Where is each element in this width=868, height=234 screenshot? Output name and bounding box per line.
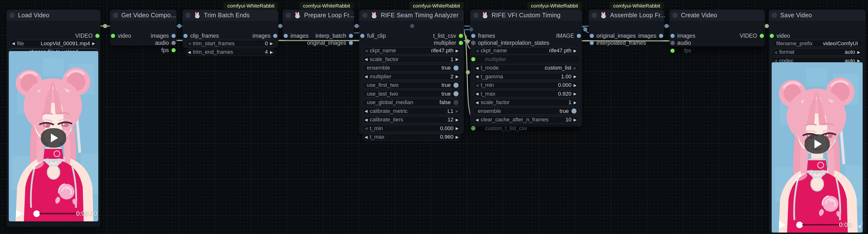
output-slot-dot-images[interactable] bbox=[659, 34, 663, 38]
increment-arrow-icon[interactable]: ▶ bbox=[571, 48, 579, 53]
input-slot-dot-interpolated_frames[interactable] bbox=[590, 41, 594, 45]
output-slot-dot-images[interactable] bbox=[273, 34, 277, 38]
decrement-arrow-icon[interactable]: ◀ bbox=[363, 109, 370, 113]
collapse-button[interactable] bbox=[185, 13, 191, 18]
increment-arrow-icon[interactable]: ▶ bbox=[571, 74, 579, 79]
collapse-button[interactable] bbox=[673, 13, 678, 18]
decrement-arrow-icon[interactable]: ◀ bbox=[473, 118, 481, 122]
collapse-button[interactable] bbox=[772, 13, 777, 18]
node-title-bar[interactable]: Load Video bbox=[6, 10, 100, 21]
input-slot-dot-original_images[interactable] bbox=[590, 34, 594, 38]
decrement-arrow-icon[interactable]: ◀ bbox=[363, 48, 370, 53]
increment-arrow-icon[interactable]: ▶ bbox=[454, 135, 461, 139]
widget-t_min[interactable]: ◀t_min0.000▶ bbox=[362, 125, 461, 132]
widget-t_min[interactable]: ◀t_min0.000▶ bbox=[473, 82, 579, 89]
node-title-bar[interactable]: RIFE Seam Timing Analyzer bbox=[359, 10, 464, 21]
output-slot-dot-VIDEO[interactable] bbox=[95, 34, 99, 38]
input-slot-dot-images[interactable] bbox=[671, 34, 675, 38]
play-overlay-button[interactable] bbox=[41, 128, 66, 148]
decrement-arrow-icon[interactable]: ◀ bbox=[10, 41, 17, 46]
widget-multiplier[interactable]: ◀multiplier2▶ bbox=[362, 73, 461, 80]
collapse-button[interactable] bbox=[473, 13, 478, 18]
widget-use_last_two[interactable]: use_last_twotrue bbox=[362, 90, 461, 97]
toggle-knob[interactable] bbox=[454, 65, 459, 71]
node-get-video-components[interactable]: Get Video Compo...videoimagesaudiofps bbox=[110, 10, 177, 45]
input-slot-dot-audio[interactable] bbox=[671, 41, 675, 45]
widget-scale_factor[interactable]: ◀scale_factor1▶ bbox=[473, 99, 579, 106]
node-title-bar[interactable]: Save Video bbox=[769, 10, 866, 21]
toggle-knob[interactable] bbox=[454, 100, 459, 105]
node-graph-canvas[interactable]: Load VideoVIDEO◀fileLoopVid_00091.mp4▶ch… bbox=[0, 0, 868, 234]
increment-arrow-icon[interactable]: ▶ bbox=[90, 41, 97, 46]
node-rife-vfi-custom-timing[interactable]: comfyui-WhiteRabbitRIFE VFI Custom Timin… bbox=[470, 10, 582, 127]
decrement-arrow-icon[interactable]: ◀ bbox=[363, 126, 370, 131]
decrement-arrow-icon[interactable]: ◀ bbox=[473, 83, 481, 88]
output-slot-dot-images[interactable] bbox=[172, 34, 176, 38]
widget-t_mode[interactable]: ◀t_modecustom_list▶ bbox=[473, 64, 579, 71]
decrement-arrow-icon[interactable]: ◀ bbox=[363, 57, 370, 62]
output-slot-dot-multiplier[interactable] bbox=[459, 41, 463, 45]
output-slot-dot-interp_batch[interactable] bbox=[349, 34, 353, 38]
output-slot-dot-fps[interactable] bbox=[172, 48, 176, 52]
widget-t_max[interactable]: ◀t_max0.960▶ bbox=[362, 134, 461, 141]
video-preview[interactable]: 0:00 bbox=[772, 62, 863, 233]
decrement-arrow-icon[interactable]: ◀ bbox=[473, 100, 481, 105]
decrement-arrow-icon[interactable]: ◀ bbox=[473, 66, 481, 70]
collapse-button[interactable] bbox=[9, 13, 15, 18]
widget-use_global_median[interactable]: use_global_medianfalse bbox=[362, 99, 461, 106]
widget-ckpt_name[interactable]: ◀ckpt_namerife47.pth▶ bbox=[473, 47, 579, 54]
input-slot-dot-frames[interactable] bbox=[471, 34, 475, 38]
widget-trim_start_frames[interactable]: ◀trim_start_frames0▶ bbox=[185, 40, 275, 47]
widget-file[interactable]: ◀fileLoopVid_00091.mp4▶ bbox=[9, 40, 98, 47]
play-button[interactable] bbox=[779, 221, 785, 229]
input-slot-dot-clip_frames[interactable] bbox=[183, 34, 188, 38]
input-slot-dot-optional_interpolation_states[interactable] bbox=[471, 41, 475, 45]
widget-trim_end_frames[interactable]: ◀trim_end_frames4▶ bbox=[185, 48, 275, 56]
collapse-button[interactable] bbox=[286, 13, 291, 18]
increment-arrow-icon[interactable]: ▶ bbox=[454, 48, 461, 53]
node-assemble-loop-frames[interactable]: comfyui-WhiteRabbitAssemble Loop Fr...or… bbox=[589, 10, 664, 38]
node-title-bar[interactable]: Create Video bbox=[670, 10, 765, 21]
input-slot-dot-fps[interactable] bbox=[671, 48, 675, 53]
widget-ckpt_name[interactable]: ◀ckpt_namerife47.pth▶ bbox=[362, 47, 461, 54]
widget-calibrate_metric[interactable]: ◀calibrate_metricL1▶ bbox=[362, 107, 461, 114]
input-slot-dot-multiplier[interactable] bbox=[471, 57, 475, 61]
decrement-arrow-icon[interactable]: ◀ bbox=[772, 50, 779, 55]
increment-arrow-icon[interactable]: ▶ bbox=[571, 66, 579, 70]
video-preview[interactable]: 0:00 / 0:19 bbox=[9, 51, 98, 221]
output-slot-dot-original_images[interactable] bbox=[349, 41, 353, 45]
collapse-button[interactable] bbox=[362, 13, 368, 18]
widget-format[interactable]: ◀formatauto▶ bbox=[772, 48, 863, 56]
increment-arrow-icon[interactable]: ▶ bbox=[454, 74, 461, 79]
increment-arrow-icon[interactable]: ▶ bbox=[454, 109, 461, 113]
decrement-arrow-icon[interactable]: ◀ bbox=[363, 118, 370, 122]
widget-calibrate_iters[interactable]: ◀calibrate_iters12▶ bbox=[362, 116, 461, 123]
node-title-bar[interactable]: Assemble Loop Fr... bbox=[589, 10, 664, 21]
output-slot-dot-t_list_csv[interactable] bbox=[459, 34, 463, 38]
node-load-video[interactable]: Load VideoVIDEO◀fileLoopVid_00091.mp4▶ch… bbox=[6, 10, 100, 227]
widget-use_first_two[interactable]: use_first_twotrue bbox=[362, 82, 461, 89]
toggle-knob[interactable] bbox=[454, 83, 459, 88]
node-trim-batch-ends[interactable]: comfyui-WhiteRabbitTrim Batch Endsclip_f… bbox=[182, 10, 278, 48]
output-slot-dot-IMAGE[interactable] bbox=[577, 34, 581, 38]
decrement-arrow-icon[interactable]: ◀ bbox=[473, 48, 481, 53]
scrubber-handle[interactable] bbox=[33, 210, 40, 217]
increment-arrow-icon[interactable]: ▶ bbox=[454, 118, 461, 122]
input-slot-dot-video[interactable] bbox=[111, 34, 115, 38]
toggle-knob[interactable] bbox=[454, 91, 459, 96]
scrubber-track[interactable] bbox=[802, 224, 839, 226]
increment-arrow-icon[interactable]: ▶ bbox=[454, 126, 461, 131]
play-button[interactable] bbox=[16, 210, 23, 218]
output-slot-dot-VIDEO[interactable] bbox=[760, 34, 764, 38]
input-slot-dot-custom_t_list_csv[interactable] bbox=[471, 126, 475, 130]
node-rife-seam-timing-analyzer[interactable]: comfyui-WhiteRabbitRIFE Seam Timing Anal… bbox=[359, 10, 464, 134]
widget-filename_prefix[interactable]: filename_prefixvideo/ComfyUI bbox=[772, 40, 863, 47]
node-save-video[interactable]: Save Videovideofilename_prefixvideo/Comf… bbox=[769, 10, 866, 234]
collapse-button[interactable] bbox=[113, 13, 118, 18]
scrubber-handle[interactable] bbox=[796, 222, 803, 228]
increment-arrow-icon[interactable]: ▶ bbox=[268, 41, 275, 46]
node-create-video[interactable]: Create VideoimagesaudioVIDEOfps bbox=[670, 10, 765, 46]
widget-ensemble[interactable]: ensembletrue bbox=[362, 64, 461, 71]
increment-arrow-icon[interactable]: ▶ bbox=[268, 50, 275, 55]
node-title-bar[interactable]: Get Video Compo... bbox=[110, 10, 177, 21]
